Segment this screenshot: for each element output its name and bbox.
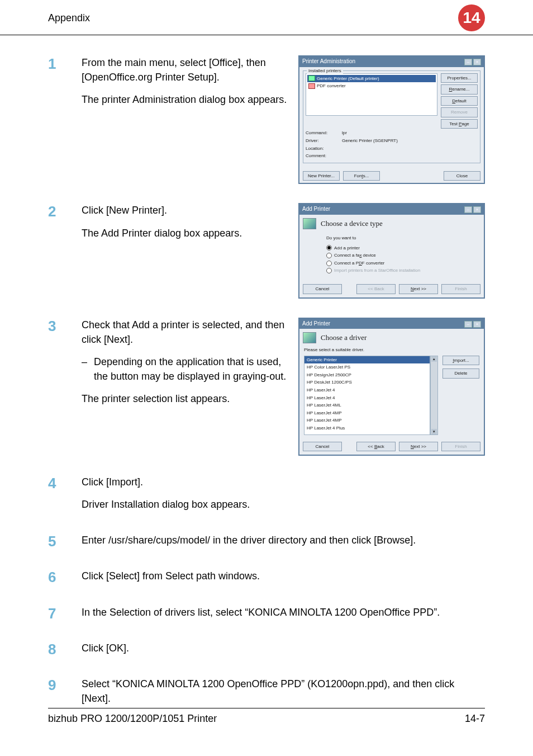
test-page-button[interactable]: Test Page: [441, 119, 478, 129]
finish-button: Finish: [441, 442, 480, 452]
pdf-icon: [308, 83, 315, 89]
radio-icon: [326, 261, 332, 266]
close-button[interactable]: Close: [444, 171, 480, 181]
radio-fax[interactable]: Connect a fax device: [326, 252, 473, 259]
list-item[interactable]: HP LaserJet 4MP: [304, 409, 430, 417]
dialog-title-text: Printer Administration: [302, 58, 355, 66]
scroll-up-icon[interactable]: ▴: [431, 356, 437, 362]
step-number: 2: [48, 203, 82, 220]
list-item[interactable]: Generic Printer (Default printer): [317, 75, 379, 82]
list-item[interactable]: HP DeskJet 1200C/PS: [304, 379, 430, 386]
add-printer-driver-dialog: Add Printer –× Choose a driver Please se…: [298, 318, 485, 456]
wizard-heading: Choose a device type: [321, 219, 383, 229]
comment-label: Comment:: [306, 153, 336, 159]
step-6: 6 Click [Select] from Select path window…: [48, 569, 485, 591]
step-7: 7 In the Selection of drivers list, sele…: [48, 605, 485, 627]
rename-button[interactable]: RRename...ename...: [441, 84, 478, 94]
step6-p1: Click [Select] from Select path windows.: [82, 569, 485, 583]
properties-button[interactable]: Properties...: [441, 73, 478, 83]
step7-p1: In the Selection of drivers list, select…: [82, 605, 485, 620]
radio-icon: [326, 253, 332, 258]
cancel-button[interactable]: Cancel: [303, 284, 342, 294]
minimize-icon[interactable]: –: [464, 59, 472, 65]
scroll-down-icon[interactable]: ▾: [431, 429, 437, 434]
section-title: Appendix: [48, 12, 90, 24]
list-item[interactable]: HP LaserJet 4MP: [304, 417, 430, 424]
wizard-prompt: Do you want to: [326, 235, 473, 242]
minimize-icon[interactable]: –: [464, 206, 472, 213]
step-5: 5 Enter /usr/share/cups/model/ in the dr…: [48, 533, 485, 555]
installed-printers-label: Installed printers: [307, 68, 343, 74]
command-label: Command:: [306, 130, 336, 136]
fonts-button[interactable]: Fonts...: [343, 171, 380, 181]
list-item[interactable]: HP Color LaserJet PS: [304, 363, 430, 371]
footer-page-number: 14-7: [465, 713, 485, 725]
step-3: 3 Check that Add a printer is selected, …: [48, 318, 485, 462]
step-number: 6: [48, 569, 82, 586]
step9-p1: Select “KONICA MINOLTA 1200 OpenOffice P…: [82, 677, 485, 706]
list-item[interactable]: HP LaserJet 4 Plus: [304, 424, 430, 432]
wizard-heading: Choose a driver: [321, 333, 367, 343]
next-button[interactable]: Next >>: [399, 284, 438, 294]
step4-p2: Driver Installation dialog box appears.: [82, 497, 485, 512]
list-item[interactable]: HP DesignJet 2500CP: [304, 371, 430, 379]
cancel-button[interactable]: Cancel: [303, 442, 342, 452]
driver-list[interactable]: Generic Printer HP Color LaserJet PS HP …: [304, 356, 430, 435]
step-number: 7: [48, 605, 82, 622]
step1-p1: From the main menu, select [Office], the…: [82, 55, 289, 84]
radio-import: Import printers from a StarOffice instal…: [326, 267, 473, 274]
step-number: 9: [48, 677, 82, 694]
next-button[interactable]: Next >>: [399, 442, 438, 452]
driver-prompt: Please select a suitable driver.: [299, 347, 484, 356]
printer-admin-dialog: Printer Administration –× Installed prin…: [298, 55, 485, 184]
dialog-titlebar: Add Printer –×: [299, 319, 484, 329]
new-printer-button[interactable]: New Printer...: [303, 171, 340, 181]
step-8: 8 Click [OK].: [48, 641, 485, 663]
step1-p2: The printer Administration dialog box ap…: [82, 92, 289, 107]
add-printer-type-dialog: Add Printer –× Choose a device type Do y…: [298, 203, 485, 298]
radio-pdf[interactable]: Connect a PDF converter: [326, 260, 473, 267]
radio-icon: [326, 268, 332, 273]
dialog-title-text: Add Printer: [302, 320, 330, 328]
step-number: 8: [48, 641, 82, 658]
list-item[interactable]: PDF converter: [317, 83, 346, 89]
close-icon[interactable]: ×: [473, 321, 481, 328]
close-icon[interactable]: ×: [473, 59, 481, 65]
scrollbar[interactable]: ▴▾: [430, 356, 438, 435]
page-header: Appendix 14: [0, 4, 533, 35]
step-4: 4 Click [Import]. Driver Installation di…: [48, 475, 485, 519]
default-button[interactable]: Default: [441, 96, 478, 106]
installed-printers-list[interactable]: Generic Printer (Default printer) PDF co…: [306, 73, 437, 116]
wizard-icon: [303, 218, 316, 229]
footer-product: bizhub PRO 1200/1200P/1051 Printer: [48, 713, 217, 725]
finish-button: Finish: [441, 284, 480, 294]
step-1: 1 From the main menu, select [Office], t…: [48, 55, 485, 190]
list-item[interactable]: HP LaserJet 4: [304, 386, 430, 394]
remove-button: Remove: [441, 107, 478, 117]
close-icon[interactable]: ×: [473, 206, 481, 213]
dialog-titlebar: Printer Administration –×: [299, 56, 484, 67]
list-item[interactable]: HP LaserJet 4 Plus 300dpi: [304, 432, 430, 435]
minimize-icon[interactable]: –: [464, 321, 472, 328]
step-number: 3: [48, 318, 82, 335]
step3-bullet: –Depending on the application that is us…: [82, 355, 289, 384]
step-2: 2 Click [New Printer]. The Add Printer d…: [48, 203, 485, 304]
step8-p1: Click [OK].: [82, 641, 485, 655]
back-button: << Back: [356, 284, 396, 294]
printer-icon: [308, 75, 315, 81]
radio-add-printer[interactable]: Add a printer: [326, 245, 473, 252]
import-button[interactable]: Import...: [442, 356, 479, 366]
list-item[interactable]: Generic Printer: [304, 356, 430, 364]
step-number: 4: [48, 475, 82, 492]
radio-icon: [326, 245, 332, 251]
step2-p1: Click [New Printer].: [82, 203, 289, 218]
back-button[interactable]: << Back: [356, 442, 396, 452]
step2-p2: The Add Printer dialog box appears.: [82, 226, 289, 240]
list-item[interactable]: HP LaserJet 4ML: [304, 401, 430, 409]
list-item[interactable]: HP LaserJet 4: [304, 394, 430, 402]
driver-value: Generic Printer (SGENPRT): [342, 138, 398, 144]
command-value: lpr: [342, 130, 347, 136]
delete-button[interactable]: Delete: [442, 368, 479, 379]
page-footer: bizhub PRO 1200/1200P/1051 Printer 14-7: [48, 708, 485, 725]
location-label: Location:: [306, 145, 336, 152]
